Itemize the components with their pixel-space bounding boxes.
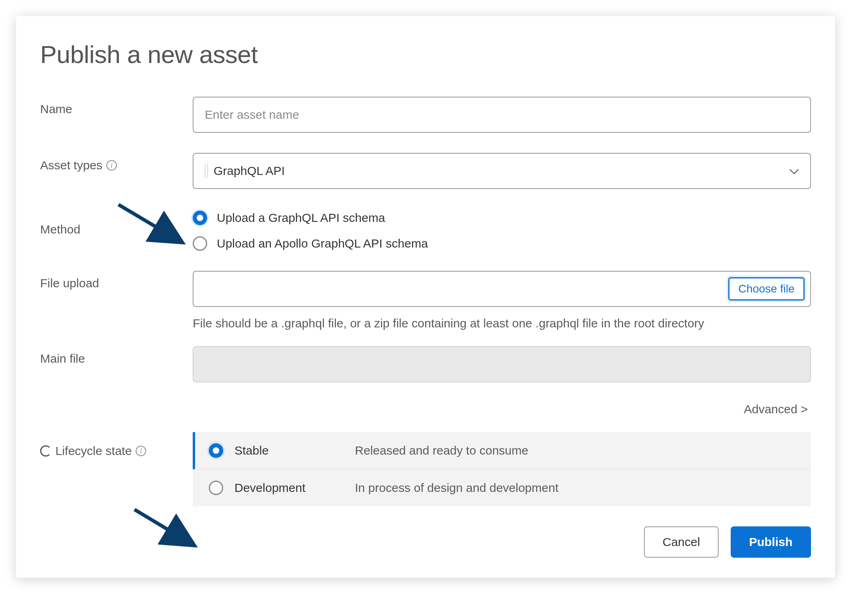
method-option-label: Upload an Apollo GraphQL API schema bbox=[217, 237, 428, 250]
advanced-toggle[interactable]: Advanced > bbox=[744, 402, 808, 416]
drag-handle-icon bbox=[205, 164, 208, 178]
lifecycle-icon bbox=[40, 445, 51, 457]
label-main-file: Main file bbox=[40, 346, 193, 366]
chevron-down-icon bbox=[789, 165, 799, 177]
label-method: Method bbox=[40, 209, 193, 236]
method-option-graphql[interactable]: Upload a GraphQL API schema bbox=[193, 211, 811, 225]
asset-types-value: GraphQL API bbox=[214, 164, 285, 178]
row-lifecycle: Lifecycle state i Stable Released and re… bbox=[40, 432, 811, 506]
dialog-footer: Cancel Publish bbox=[40, 526, 811, 558]
choose-file-button[interactable]: Choose file bbox=[728, 277, 805, 301]
name-input[interactable] bbox=[193, 97, 811, 133]
lifecycle-option-stable[interactable]: Stable Released and ready to consume bbox=[193, 432, 811, 469]
info-icon[interactable]: i bbox=[106, 160, 117, 171]
method-option-label: Upload a GraphQL API schema bbox=[217, 211, 385, 225]
lifecycle-desc: In process of design and development bbox=[355, 481, 558, 495]
lifecycle-panel: Stable Released and ready to consume Dev… bbox=[193, 432, 811, 506]
label-name: Name bbox=[40, 97, 193, 116]
label-lifecycle: Lifecycle state bbox=[55, 444, 132, 458]
lifecycle-option-development[interactable]: Development In process of design and dev… bbox=[193, 469, 811, 506]
asset-types-select[interactable]: GraphQL API bbox=[193, 153, 811, 189]
method-option-apollo[interactable]: Upload an Apollo GraphQL API schema bbox=[193, 236, 811, 251]
lifecycle-name: Stable bbox=[234, 444, 355, 457]
label-asset-types: Asset types bbox=[40, 158, 102, 172]
publish-asset-dialog: Publish a new asset Name Asset types i G… bbox=[16, 16, 835, 578]
radio-icon bbox=[193, 211, 207, 225]
row-file-upload: File upload Choose file File should be a… bbox=[40, 271, 811, 330]
main-file-input bbox=[193, 346, 811, 382]
radio-icon bbox=[193, 236, 207, 251]
row-method: Method Upload a GraphQL API schema Uploa… bbox=[40, 209, 811, 251]
radio-icon bbox=[209, 481, 223, 495]
info-icon[interactable]: i bbox=[136, 446, 146, 456]
lifecycle-desc: Released and ready to consume bbox=[355, 444, 528, 457]
publish-button[interactable]: Publish bbox=[731, 526, 811, 558]
cancel-button[interactable]: Cancel bbox=[644, 526, 718, 558]
file-upload-box: Choose file bbox=[193, 271, 811, 307]
row-main-file: Main file bbox=[40, 346, 811, 382]
advanced-toggle-row: Advanced > bbox=[40, 402, 811, 416]
row-asset-types: Asset types i GraphQL API bbox=[40, 153, 811, 189]
lifecycle-name: Development bbox=[234, 481, 355, 495]
file-upload-hint: File should be a .graphql file, or a zip… bbox=[193, 317, 811, 330]
dialog-title: Publish a new asset bbox=[40, 40, 811, 69]
radio-icon bbox=[209, 443, 223, 458]
label-file-upload: File upload bbox=[40, 271, 193, 290]
row-name: Name bbox=[40, 97, 811, 133]
